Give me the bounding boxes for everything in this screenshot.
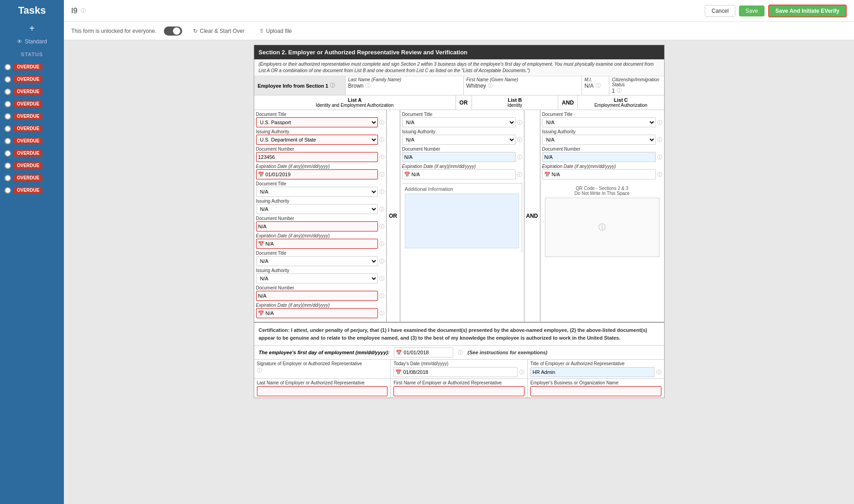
list-a-doc2-expdate-input[interactable] bbox=[266, 241, 376, 247]
list-item[interactable]: OVERDUE bbox=[0, 110, 64, 122]
list-a-doc2-title-select[interactable]: N/A bbox=[256, 187, 378, 197]
info-icon[interactable]: ⓘ bbox=[519, 369, 524, 376]
employee-info-row: Employee Info from Section 1 ⓘ Last Name… bbox=[254, 76, 664, 95]
list-a-doc1-issuing-label: Issuing Authority bbox=[256, 129, 384, 134]
info-icon[interactable]: ⓘ bbox=[379, 310, 384, 317]
list-b-doc1-expdate-group: Expiration Date (if any)(mm/dd/yyyy) 📅 ⓘ bbox=[402, 164, 522, 179]
qr-inner-icon: ⓘ bbox=[598, 223, 606, 232]
info-icon[interactable]: ⓘ bbox=[379, 293, 384, 299]
title-employer-input[interactable] bbox=[530, 367, 655, 377]
list-b-doc1-title-group: Document Title N/A ⓘ bbox=[402, 112, 522, 127]
info-icon[interactable]: ⓘ bbox=[596, 82, 601, 89]
info-icon[interactable]: ⓘ bbox=[379, 119, 384, 126]
info-icon[interactable]: ⓘ bbox=[379, 241, 384, 247]
radio-button[interactable] bbox=[5, 89, 11, 95]
radio-button[interactable] bbox=[5, 101, 11, 107]
info-icon[interactable]: ⓘ bbox=[488, 82, 493, 89]
info-icon[interactable]: ⓘ bbox=[330, 82, 335, 89]
list-a-doc1-issuing-select[interactable]: U.S. Department of State bbox=[256, 135, 378, 145]
info-icon[interactable]: ⓘ bbox=[379, 171, 384, 178]
list-item[interactable]: OVERDUE bbox=[0, 61, 64, 73]
list-a-doc3-issuing-select[interactable]: N/A bbox=[256, 273, 378, 284]
radio-button[interactable] bbox=[5, 175, 11, 181]
todays-date-input[interactable] bbox=[403, 369, 516, 375]
radio-button[interactable] bbox=[5, 163, 11, 169]
additional-info-textarea[interactable] bbox=[405, 194, 519, 248]
list-item[interactable]: OVERDUE bbox=[0, 172, 64, 184]
employee-info-label: Employee Info from Section 1 ⓘ bbox=[254, 76, 346, 95]
info-icon[interactable]: ⓘ bbox=[517, 154, 522, 161]
list-item[interactable]: OVERDUE bbox=[0, 184, 64, 196]
business-name-input[interactable] bbox=[530, 386, 661, 396]
info-icon[interactable]: ⓘ bbox=[657, 154, 662, 161]
list-a-doc3-docnum-input[interactable] bbox=[256, 291, 378, 301]
list-a-doc1-docnum-input[interactable] bbox=[256, 152, 378, 162]
list-c-doc1-title-select[interactable]: N/A bbox=[542, 117, 656, 127]
info-icon[interactable]: ⓘ bbox=[657, 119, 662, 126]
clear-button[interactable]: ↻ Clear & Start Over bbox=[189, 26, 248, 36]
list-a-doc1-expdate-input[interactable] bbox=[266, 172, 376, 177]
radio-button[interactable] bbox=[5, 187, 11, 194]
list-item[interactable]: OVERDUE bbox=[0, 122, 64, 135]
info-icon[interactable]: ⓘ bbox=[517, 119, 522, 126]
info-icon[interactable]: ⓘ bbox=[517, 171, 522, 178]
list-item[interactable]: OVERDUE bbox=[0, 85, 64, 98]
overdue-badge: OVERDUE bbox=[14, 63, 42, 70]
list-a-doc3-expdate-input[interactable] bbox=[266, 310, 376, 316]
list-item[interactable]: OVERDUE bbox=[0, 73, 64, 85]
upload-button[interactable]: ⇧ Upload file bbox=[256, 26, 296, 36]
list-item[interactable]: OVERDUE bbox=[0, 147, 64, 159]
info-icon[interactable]: ⓘ bbox=[379, 189, 384, 195]
list-c-doc1-expdate-input[interactable] bbox=[552, 172, 654, 177]
list-item[interactable]: OVERDUE bbox=[0, 159, 64, 172]
signature-row: Signature of Employer or Authorized Repr… bbox=[254, 359, 664, 378]
info-icon[interactable]: ⓘ bbox=[617, 87, 622, 94]
list-item[interactable]: OVERDUE bbox=[0, 98, 64, 110]
first-name-employer-input[interactable] bbox=[393, 386, 524, 396]
list-a-header: List A bbox=[256, 97, 454, 103]
info-icon[interactable]: ⓘ bbox=[81, 7, 86, 14]
info-icon[interactable]: ⓘ bbox=[379, 275, 384, 282]
info-icon[interactable]: ⓘ bbox=[458, 349, 463, 356]
cancel-button[interactable]: Cancel bbox=[705, 5, 735, 17]
list-a-doc3-title-select[interactable]: N/A bbox=[256, 256, 378, 266]
add-button[interactable]: + bbox=[29, 23, 35, 34]
radio-button[interactable] bbox=[5, 126, 11, 132]
list-c-doc1-issuing-select[interactable]: N/A bbox=[542, 135, 656, 145]
info-icon[interactable]: ⓘ bbox=[379, 136, 384, 143]
list-a-doc3-docnum-label: Document Number bbox=[256, 285, 384, 290]
info-icon[interactable]: ⓘ bbox=[379, 154, 384, 161]
info-icon[interactable]: ⓘ bbox=[379, 223, 384, 230]
radio-button[interactable] bbox=[5, 76, 11, 83]
list-b-doc1-title-select[interactable]: N/A bbox=[402, 117, 516, 127]
list-b-doc1-issuing-select[interactable]: N/A bbox=[402, 135, 516, 145]
info-icon[interactable]: ⓘ bbox=[657, 136, 662, 143]
list-b-doc1-docnum-label: Document Number bbox=[402, 147, 522, 152]
info-icon[interactable]: ⓘ bbox=[379, 258, 384, 265]
info-icon[interactable]: ⓘ bbox=[257, 367, 262, 374]
first-day-input[interactable] bbox=[403, 350, 466, 355]
list-a-doc2-issuing-select[interactable]: N/A bbox=[256, 204, 378, 214]
save-everify-button[interactable]: Save And Initiate EVerify bbox=[768, 5, 847, 17]
radio-button[interactable] bbox=[5, 64, 11, 70]
radio-button[interactable] bbox=[5, 138, 11, 144]
save-button[interactable]: Save bbox=[739, 5, 764, 16]
unlock-toggle[interactable] bbox=[164, 26, 182, 36]
list-b-doc1-expdate-input[interactable] bbox=[412, 172, 514, 177]
list-b-doc1-docnum-input[interactable] bbox=[402, 152, 516, 162]
radio-button[interactable] bbox=[5, 150, 11, 157]
list-a-doc2-docnum-input[interactable] bbox=[256, 221, 378, 231]
info-icon[interactable]: ⓘ bbox=[657, 171, 662, 178]
list-c-doc1-docnum-input[interactable] bbox=[542, 152, 656, 162]
last-name-employer-input[interactable] bbox=[257, 386, 388, 396]
info-icon[interactable]: ⓘ bbox=[656, 369, 661, 376]
list-a-doc2-issuing-group: Issuing Authority N/A ⓘ bbox=[256, 199, 384, 214]
list-a-doc3-title-group: Document Title N/A ⓘ bbox=[256, 251, 384, 266]
info-icon[interactable]: ⓘ bbox=[517, 136, 522, 143]
sidebar-standard[interactable]: 👁 Standard bbox=[17, 38, 47, 45]
info-icon[interactable]: ⓘ bbox=[379, 206, 384, 213]
radio-button[interactable] bbox=[5, 113, 11, 120]
info-icon[interactable]: ⓘ bbox=[366, 82, 371, 89]
list-item[interactable]: OVERDUE bbox=[0, 135, 64, 147]
list-a-doc1-title-select[interactable]: U.S. Passport bbox=[256, 117, 378, 127]
